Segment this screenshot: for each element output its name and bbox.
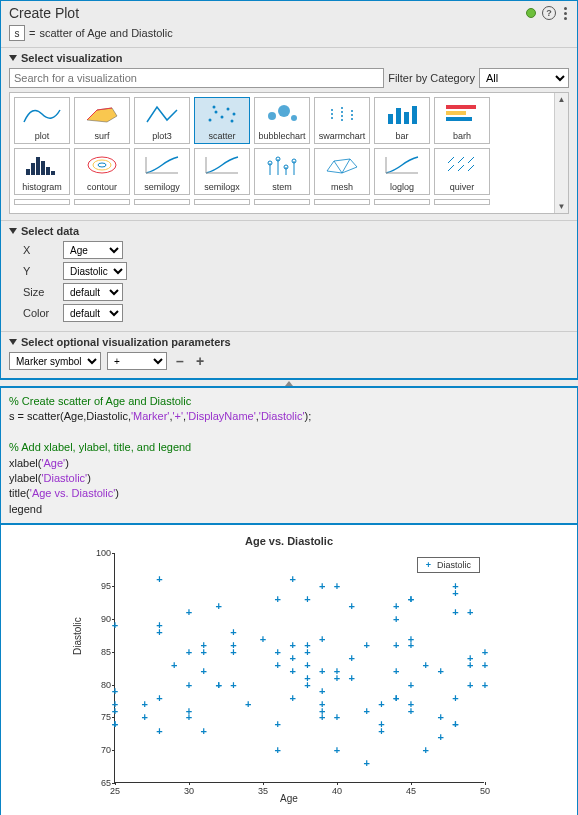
code-line: xlabel('Age') [9,457,69,469]
legend-marker-icon: + [426,560,431,570]
section-label: Select data [21,225,79,237]
chart-legend: + Diastolic [417,557,480,573]
gallery-scrollbar[interactable]: ▲ ▼ [554,93,568,213]
data-point: + [482,659,488,670]
viz-option-loglog[interactable]: loglog [374,148,430,195]
viz-option-partial[interactable] [374,199,430,205]
svg-point-7 [268,112,276,120]
data-row-select-size[interactable]: default [63,283,123,301]
data-point: + [408,705,414,716]
data-point: + [482,679,488,690]
filter-label: Filter by Category [388,72,475,84]
viz-option-plot3[interactable]: plot3 [134,97,190,144]
data-point: + [334,712,340,723]
data-row-select-color[interactable]: default [63,304,123,322]
remove-param-button[interactable]: – [173,354,187,368]
data-point: + [275,646,281,657]
viz-option-surf[interactable]: surf [74,97,130,144]
code-line: ylabel('Diastolic') [9,472,91,484]
section-header[interactable]: Select optional visualization parameters [9,336,569,348]
svg-point-12 [331,117,333,119]
scroll-down-icon[interactable]: ▼ [556,200,568,213]
data-row-select-y[interactable]: Diastolic [63,262,127,280]
svg-point-8 [278,105,290,117]
resize-handle[interactable] [0,379,578,387]
svg-point-11 [331,113,333,115]
svg-rect-23 [412,106,417,124]
data-point: + [304,646,310,657]
viz-option-partial[interactable] [74,199,130,205]
section-header[interactable]: Select visualization [9,52,569,64]
viz-option-bar[interactable]: bar [374,97,430,144]
data-point: + [289,666,295,677]
data-point: + [275,745,281,756]
stem-icon [255,149,309,181]
data-row-label: Color [23,307,53,319]
viz-option-quiver[interactable]: quiver [434,148,490,195]
svg-point-15 [341,115,343,117]
viz-option-semilogx[interactable]: semilogx [194,148,250,195]
expression-text: scatter of Age and Diastolic [39,27,172,39]
help-icon[interactable]: ? [542,6,556,20]
viz-option-scatter[interactable]: scatter [194,97,250,144]
svg-point-10 [331,109,333,111]
viz-option-label: semilogx [204,181,240,194]
svg-point-3 [227,108,230,111]
mesh-icon [315,149,369,181]
data-point: + [467,653,473,664]
viz-option-swarmchart[interactable]: swarmchart [314,97,370,144]
section-header[interactable]: Select data [9,225,569,237]
viz-option-partial[interactable] [14,199,70,205]
data-point: + [215,600,221,611]
data-row-select-x[interactable]: Age [63,241,123,259]
data-point: + [186,679,192,690]
data-point: + [437,666,443,677]
data-point: + [423,659,429,670]
viz-option-contour[interactable]: contour [74,148,130,195]
viz-option-bubblechart[interactable]: bubblechart [254,97,310,144]
data-point: + [467,607,473,618]
add-param-button[interactable]: + [193,354,207,368]
select-optional-params-section: Select optional visualization parameters… [1,331,577,378]
data-point: + [363,640,369,651]
data-point: + [275,594,281,605]
viz-option-partial[interactable] [134,199,190,205]
kebab-menu-icon[interactable] [562,7,569,20]
viz-option-mesh[interactable]: mesh [314,148,370,195]
viz-option-partial[interactable] [194,199,250,205]
data-point: + [363,705,369,716]
svg-point-6 [231,120,234,123]
equals-sign: = [29,27,35,39]
viz-option-stem[interactable]: stem [254,148,310,195]
viz-option-plot[interactable]: plot [14,97,70,144]
svg-line-52 [468,165,474,171]
viz-option-semilogy[interactable]: semilogy [134,148,190,195]
data-point: + [112,686,118,697]
svg-line-55 [468,157,474,163]
barh-icon [435,98,489,130]
data-point: + [215,679,221,690]
filter-category-select[interactable]: All [479,68,569,88]
viz-option-partial[interactable] [254,199,310,205]
viz-option-label: loglog [390,181,414,194]
data-point: + [423,745,429,756]
data-point: + [275,659,281,670]
data-point: + [349,653,355,664]
param-value-select[interactable]: + [107,352,167,370]
data-point: + [289,692,295,703]
data-point: + [437,712,443,723]
data-point: + [349,600,355,611]
scroll-up-icon[interactable]: ▲ [556,93,568,106]
select-visualization-section: Select visualization Filter by Category … [1,47,577,220]
data-point: + [482,646,488,657]
viz-option-histogram[interactable]: histogram [14,148,70,195]
viz-option-partial[interactable] [434,199,490,205]
search-input[interactable] [9,68,384,88]
viz-option-partial[interactable] [314,199,370,205]
output-variable-box[interactable]: s [9,25,25,41]
param-name-select[interactable]: Marker symbol [9,352,101,370]
collapse-triangle-icon [9,339,17,345]
viz-option-barh[interactable]: barh [434,97,490,144]
surf-icon [75,98,129,130]
data-point: + [156,574,162,585]
